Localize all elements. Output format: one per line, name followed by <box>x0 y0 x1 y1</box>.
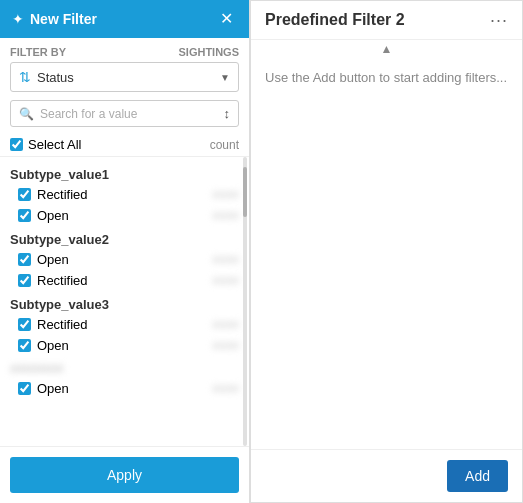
filter-list: Subtype_value1 Rectified #### Open #### … <box>0 157 249 403</box>
filter-count: #### <box>212 253 239 267</box>
open-checkbox-1[interactable] <box>18 209 31 222</box>
scrollbar-thumb[interactable] <box>243 167 247 217</box>
filter-item-label: Open <box>37 252 69 267</box>
search-placeholder: Search for a value <box>40 107 137 121</box>
add-button[interactable]: Add <box>447 460 508 492</box>
status-select[interactable]: ⇅ Status ▼ <box>10 62 239 92</box>
open-checkbox-4[interactable] <box>18 382 31 395</box>
count-label: count <box>210 138 239 152</box>
list-item: Open #### <box>0 249 249 270</box>
sort-button[interactable]: ↕ <box>224 106 231 121</box>
search-left: 🔍 Search for a value <box>19 107 137 121</box>
apply-button[interactable]: Apply <box>10 457 239 493</box>
filter-count: #### <box>212 274 239 288</box>
subtype-header-4: ######## <box>0 356 249 378</box>
list-item: Rectified #### <box>0 314 249 335</box>
filter-item-label: Open <box>37 381 69 396</box>
select-all-row: Select All count <box>0 133 249 157</box>
filter-item-label: Open <box>37 338 69 353</box>
panel-header-left: ✦ New Filter <box>12 11 97 27</box>
list-item: Rectified #### <box>0 270 249 291</box>
right-body: Use the Add button to start adding filte… <box>251 58 522 449</box>
panel-header: ✦ New Filter ✕ <box>0 0 249 38</box>
rectified-checkbox-1[interactable] <box>18 188 31 201</box>
filter-count: #### <box>212 382 239 396</box>
list-item: Open #### <box>0 335 249 356</box>
scrollbar-track <box>243 157 247 446</box>
select-all-label: Select All <box>28 137 81 152</box>
new-filter-panel: ✦ New Filter ✕ FILTER BY Sightings ⇅ Sta… <box>0 0 250 503</box>
list-item: Open #### <box>0 378 249 399</box>
status-label: Status <box>37 70 74 85</box>
filter-item-label: Rectified <box>37 187 88 202</box>
predefined-filter-title: Predefined Filter 2 <box>265 11 405 29</box>
right-header: Predefined Filter 2 ··· <box>251 1 522 40</box>
filter-item-label: Rectified <box>37 317 88 332</box>
filter-item-label: Open <box>37 208 69 223</box>
filter-count: #### <box>212 209 239 223</box>
filter-by-row: FILTER BY Sightings <box>0 38 249 62</box>
open-checkbox-3[interactable] <box>18 339 31 352</box>
sightings-label: Sightings <box>178 46 239 58</box>
filter-count: #### <box>212 339 239 353</box>
list-item: Rectified #### <box>0 184 249 205</box>
select-all-left: Select All <box>10 137 81 152</box>
subtype-header-2: Subtype_value2 <box>0 226 249 249</box>
filter-by-label: FILTER BY <box>10 46 66 58</box>
filter-icon: ✦ <box>12 11 24 27</box>
filter-count: #### <box>212 188 239 202</box>
filter-item-label: Rectified <box>37 273 88 288</box>
predefined-filter-panel: Predefined Filter 2 ··· ▲ Use the Add bu… <box>250 0 523 503</box>
more-options-button[interactable]: ··· <box>490 11 508 29</box>
status-icon: ⇅ <box>19 69 31 85</box>
chevron-down-icon: ▼ <box>220 72 230 83</box>
search-row: 🔍 Search for a value ↕ <box>10 100 239 127</box>
filter-list-container: Subtype_value1 Rectified #### Open #### … <box>0 157 249 446</box>
panel-title: New Filter <box>30 11 97 27</box>
open-checkbox-2[interactable] <box>18 253 31 266</box>
right-footer: Add <box>251 449 522 502</box>
search-icon: 🔍 <box>19 107 34 121</box>
close-button[interactable]: ✕ <box>216 9 237 29</box>
subtype-header-1: Subtype_value1 <box>0 161 249 184</box>
empty-state-text: Use the Add button to start adding filte… <box>265 70 507 85</box>
rectified-checkbox-2[interactable] <box>18 274 31 287</box>
apply-bar: Apply <box>0 446 249 503</box>
filter-count: #### <box>212 318 239 332</box>
chevron-up-icon: ▲ <box>251 42 522 56</box>
list-item: Open #### <box>0 205 249 226</box>
select-all-checkbox[interactable] <box>10 138 23 151</box>
subtype-header-3: Subtype_value3 <box>0 291 249 314</box>
status-select-left: ⇅ Status <box>19 69 74 85</box>
rectified-checkbox-3[interactable] <box>18 318 31 331</box>
